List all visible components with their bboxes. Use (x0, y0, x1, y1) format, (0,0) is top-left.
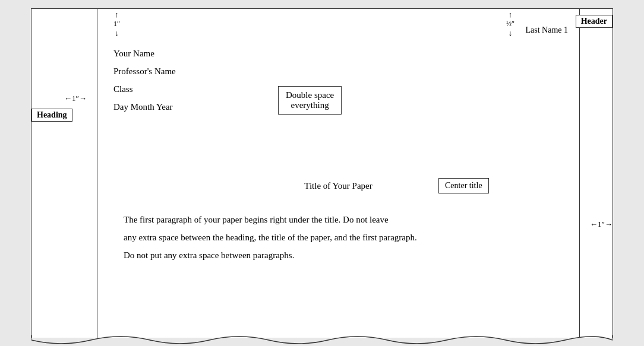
top-arrow-down: ↓ (115, 28, 119, 38)
wavy-border (31, 334, 613, 346)
arrow-up: ↑ (509, 10, 513, 20)
title-text: Title of Your Paper (304, 181, 372, 191)
double-space-box: Double space everything (278, 86, 342, 115)
center-title-box: Center title (438, 178, 489, 193)
right-margin-line (579, 9, 580, 338)
heading-label-text: Heading (37, 110, 67, 119)
para-second: any extra space between the heading, the… (124, 228, 571, 246)
your-name-text: Your Name (97, 45, 176, 62)
date-text: Day Month Year (97, 98, 176, 116)
top-arrow-up: ↑ (115, 10, 119, 20)
class-text: Class (97, 80, 176, 98)
para-third: Do not put any extra space between parag… (124, 246, 571, 264)
header-box: Header (576, 15, 613, 28)
center-title-label: Center title (445, 181, 482, 190)
double-space-line2: everything (286, 100, 334, 110)
heading-block: Your Name Professor's Name Class Day Mon… (97, 45, 176, 116)
heading-label-box: Heading (31, 109, 72, 122)
paragraph-block: The first paragraph of your paper begins… (124, 211, 571, 264)
arrow-down: ↓ (509, 28, 513, 38)
paper-title: Title of Your Paper (97, 181, 580, 191)
last-name-text: Last Name 1 (525, 26, 568, 34)
half-inch-label: ½″ (506, 20, 514, 28)
one-inch-left-indicator: ←1″→ (64, 94, 87, 103)
half-inch-indicator: ↑ ½″ ↓ (506, 10, 514, 38)
one-inch-left-label: ←1″→ (64, 94, 87, 103)
one-inch-right-label: ←1″→ (590, 220, 613, 229)
double-space-line1: Double space (286, 90, 334, 100)
one-inch-top-indicator: ↑ 1″ ↓ (113, 10, 120, 38)
one-inch-top-label: 1″ (113, 20, 120, 28)
last-name-header: Last Name 1 (525, 26, 568, 35)
para-first: The first paragraph of your paper begins… (124, 211, 571, 228)
one-inch-right-indicator: ←1″→ (590, 220, 613, 229)
page: Header Last Name 1 ↑ ½″ ↓ ↑ 1″ ↓ ←1″→ He… (31, 8, 613, 338)
header-label-text: Header (581, 17, 607, 26)
professors-name-text: Professor's Name (97, 62, 176, 80)
